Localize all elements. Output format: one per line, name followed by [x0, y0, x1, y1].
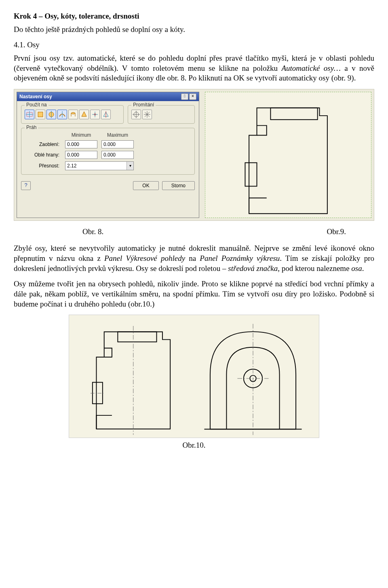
caption-obr-8: Obr. 8. [82, 227, 103, 236]
paragraph-3: Osy můžeme tvořit jen na obrysech pohled… [14, 279, 374, 309]
svg-rect-24 [118, 332, 156, 342]
svg-marker-10 [82, 112, 86, 116]
paragraph-2: Zbylé osy, které se nevytvořily automati… [14, 243, 374, 273]
proj-icon-1[interactable] [131, 110, 141, 119]
use-icon-2[interactable] [36, 110, 45, 119]
use-icon-5[interactable] [68, 110, 78, 119]
paragraph-1: První jsou osy tzv. automatické, které s… [14, 53, 374, 83]
storno-button[interactable]: Storno [162, 181, 195, 190]
ok-button[interactable]: OK [133, 181, 158, 190]
group-threshold-legend: Práh [25, 125, 38, 130]
zaobleni-label: Zaoblení: [25, 142, 61, 147]
group-use-legend: Použít na [25, 102, 48, 108]
step-heading: Krok 4 – Osy, kóty, tolerance, drsnosti [14, 11, 374, 21]
oblehrany-min-input[interactable] [65, 151, 97, 159]
proj-icon-2[interactable] [142, 110, 152, 119]
use-on-icons [25, 110, 120, 119]
projection-icons [131, 110, 191, 119]
use-icon-8[interactable] [101, 110, 111, 119]
close-icon[interactable]: × [189, 93, 196, 100]
svg-rect-3 [38, 112, 43, 117]
threshold-max-header: Maximum [101, 132, 134, 138]
figure-9-drawing [205, 92, 371, 218]
pin-icon[interactable]: 𓏺 [181, 93, 188, 100]
use-icon-4[interactable] [57, 110, 67, 119]
para1-italic: Automatické osy… [281, 64, 341, 72]
caption-obr-9: Obr.9. [327, 227, 346, 236]
dialog-titlebar: Nastavení osy 𓏺 × [17, 92, 199, 101]
group-proj-legend: Promítání [131, 102, 156, 108]
figure-10-drawing [69, 315, 319, 438]
axis-settings-dialog: Nastavení osy 𓏺 × Použít na [17, 92, 199, 218]
use-icon-6[interactable] [79, 110, 89, 119]
zaobleni-min-input[interactable] [65, 140, 97, 148]
presnost-label: Přesnost: [25, 163, 61, 169]
presnost-value: 2.12 [65, 162, 127, 170]
use-icon-1[interactable] [25, 110, 34, 119]
intro-text: Do těchto ještě prázdných pohledů se dop… [14, 25, 374, 35]
presnost-combo[interactable]: 2.12 ▾ [65, 161, 134, 170]
oblehrany-label: Oblé hrany: [25, 152, 61, 158]
svg-rect-23 [245, 163, 257, 186]
use-icon-3[interactable] [46, 110, 56, 119]
svg-rect-22 [270, 108, 317, 120]
svg-point-7 [71, 112, 75, 114]
help-button[interactable]: ? [21, 181, 31, 190]
oblehrany-max-input[interactable] [101, 151, 134, 159]
sub-heading: 4.1. Osy [14, 40, 374, 50]
svg-rect-25 [92, 382, 102, 404]
dialog-title: Nastavení osy [19, 94, 52, 99]
threshold-min-header: Minimum [65, 132, 97, 138]
zaobleni-max-input[interactable] [101, 140, 134, 148]
figure-8-9-block: Nastavení osy 𓏺 × Použít na [14, 89, 374, 221]
use-icon-7[interactable] [90, 110, 100, 119]
chevron-down-icon[interactable]: ▾ [127, 162, 133, 170]
caption-obr-10: Obr.10. [14, 440, 374, 451]
